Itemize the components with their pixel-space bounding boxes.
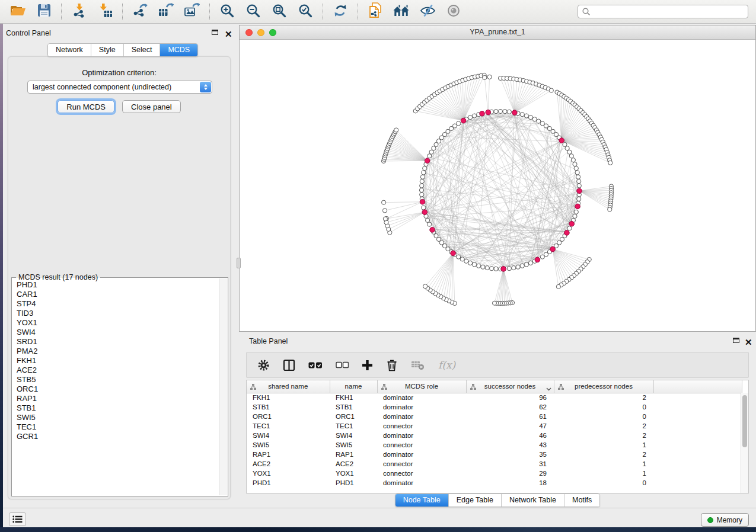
cell-mcds_role[interactable]: dominator (377, 450, 466, 459)
column-header-successor-nodes[interactable]: successor nodes (466, 380, 554, 393)
open-session-button[interactable] (8, 2, 28, 22)
cell-name[interactable]: ACE2 (330, 459, 377, 469)
mcds-result-item[interactable]: ORC1 (17, 384, 218, 394)
cell-mcds_role[interactable]: dominator (377, 478, 466, 488)
cell-name[interactable]: STB1 (330, 402, 377, 412)
table-row[interactable]: ORC1ORC1dominator610 (247, 412, 742, 421)
cell-name[interactable]: RAP1 (330, 450, 377, 459)
search-input[interactable] (578, 5, 748, 18)
column-header-shared-name[interactable]: shared name (247, 380, 330, 393)
cell-mcds_role[interactable]: dominator (377, 431, 466, 440)
refresh-button[interactable] (330, 2, 350, 22)
cell-predecessor_nodes[interactable]: 0 (554, 412, 653, 421)
mcds-result-item[interactable]: RAP1 (17, 394, 218, 403)
cell-name[interactable]: PHD1 (330, 478, 377, 488)
cell-successor_nodes[interactable]: 31 (466, 459, 554, 469)
cell-successor_nodes[interactable]: 18 (466, 478, 554, 488)
mcds-result-item[interactable]: PMA2 (17, 347, 218, 356)
import-network-button[interactable] (69, 2, 89, 22)
tab-mcds[interactable]: MCDS (160, 44, 197, 56)
tab-edge-table[interactable]: Edge Table (449, 494, 502, 507)
table-row[interactable]: FKH1FKH1dominator962 (247, 393, 742, 402)
column-header-predecessor-nodes[interactable]: predecessor nodes (554, 380, 653, 393)
cell-successor_nodes[interactable]: 35 (466, 450, 554, 459)
mcds-result-list[interactable]: PHD1CAR1STP4TID3YOX1SWI4SRD1PMA2FKH1ACE2… (12, 280, 218, 495)
table-settings-button[interactable] (257, 359, 270, 371)
zoom-selected-button[interactable] (295, 2, 315, 22)
cell-name[interactable]: SWI4 (330, 431, 377, 440)
cell-predecessor_nodes[interactable]: 1 (554, 459, 653, 469)
cell-mcds_role[interactable]: connector (377, 459, 466, 469)
tab-node-table[interactable]: Node Table (395, 494, 449, 507)
table-panel-close-button[interactable]: ✕ (745, 337, 752, 344)
network-window-titlebar[interactable]: YPA_prune.txt_1 (240, 25, 755, 40)
mcds-result-item[interactable]: SWI5 (17, 413, 218, 422)
cell-shared_name[interactable]: SWI4 (247, 431, 330, 440)
cell-successor_nodes[interactable]: 47 (466, 421, 554, 431)
cell-predecessor_nodes[interactable]: 1 (554, 440, 653, 450)
cell-predecessor_nodes[interactable]: 1 (554, 469, 653, 478)
export-network-button[interactable] (130, 2, 150, 22)
cell-shared_name[interactable]: TEC1 (247, 421, 330, 431)
cell-predecessor_nodes[interactable]: 2 (554, 421, 653, 431)
zoom-fit-button[interactable] (269, 2, 289, 22)
show-column-selector-button[interactable] (283, 359, 295, 371)
cell-shared_name[interactable]: ORC1 (247, 412, 330, 421)
cell-successor_nodes[interactable]: 29 (466, 469, 554, 478)
mcds-result-item[interactable]: GCR1 (17, 432, 218, 441)
cell-successor_nodes[interactable]: 61 (466, 412, 554, 421)
memory-button[interactable]: Memory (701, 513, 749, 527)
cell-mcds_role[interactable]: connector (377, 440, 466, 450)
table-header-row[interactable]: shared namenameMCDS rolesuccessor nodesp… (247, 380, 742, 393)
cell-mcds_role[interactable]: dominator (377, 393, 466, 402)
column-header-MCDS-role[interactable]: MCDS role (377, 380, 466, 393)
cell-shared_name[interactable]: FKH1 (247, 393, 330, 402)
function-builder-button-disabled[interactable]: f(x) (438, 359, 455, 371)
cell-shared_name[interactable]: PHD1 (247, 478, 330, 488)
cell-predecessor_nodes[interactable]: 2 (554, 393, 653, 402)
table-row[interactable]: ACE2ACE2connector311 (247, 459, 742, 469)
table-scrollbar-thumb[interactable] (742, 395, 747, 447)
mcds-result-item[interactable]: SWI4 (17, 328, 218, 337)
home-button[interactable] (391, 2, 412, 22)
mcds-result-item[interactable]: TID3 (17, 309, 218, 318)
save-session-button[interactable] (34, 2, 54, 22)
cell-successor_nodes[interactable]: 46 (466, 431, 554, 440)
table-row[interactable]: PHD1PHD1dominator180 (247, 478, 742, 488)
table-row[interactable]: SWI4SWI4dominator462 (247, 431, 742, 440)
cell-shared_name[interactable]: ACE2 (247, 459, 330, 469)
table-row[interactable]: SWI5SWI5connector431 (247, 440, 742, 450)
cell-name[interactable]: FKH1 (330, 393, 377, 402)
tab-select[interactable]: Select (124, 44, 161, 56)
hide-graphics-details-button[interactable] (417, 2, 438, 22)
optimization-criterion-select[interactable]: largest connected component (undirected) (27, 81, 212, 94)
show-graphics-details-button[interactable] (444, 2, 464, 22)
mcds-result-item[interactable]: SRD1 (17, 337, 218, 347)
tab-network[interactable]: Network (48, 44, 91, 56)
zoom-out-button[interactable] (243, 2, 263, 22)
cell-mcds_role[interactable]: connector (377, 469, 466, 478)
cell-predecessor_nodes[interactable]: 2 (554, 450, 653, 459)
table-row[interactable]: RAP1RAP1dominator352 (247, 450, 742, 459)
cell-shared_name[interactable]: STB1 (247, 402, 330, 412)
mcds-result-item[interactable]: YOX1 (17, 318, 218, 328)
task-history-button[interactable] (9, 512, 26, 526)
mcds-result-item[interactable]: STB5 (17, 375, 218, 384)
cell-shared_name[interactable]: SWI5 (247, 440, 330, 450)
cell-successor_nodes[interactable]: 96 (466, 393, 554, 402)
cell-mcds_role[interactable]: dominator (377, 412, 466, 421)
export-image-button[interactable] (182, 2, 202, 22)
zoom-in-button[interactable] (217, 2, 237, 22)
table-scrollbar[interactable] (741, 393, 748, 493)
control-panel-float-button[interactable] (212, 30, 219, 37)
mcds-result-scrollbar[interactable] (219, 278, 227, 495)
splitter-handle[interactable] (237, 258, 241, 268)
table-panel-float-button[interactable] (733, 338, 741, 345)
cell-shared_name[interactable]: YOX1 (247, 469, 330, 478)
unselect-all-columns-button[interactable] (336, 361, 349, 368)
delete-column-button[interactable] (386, 359, 398, 371)
create-column-button[interactable] (362, 360, 373, 371)
mcds-result-item[interactable]: STP4 (17, 299, 218, 309)
table-row[interactable]: STB1STB1dominator620 (247, 402, 742, 412)
mcds-result-item[interactable]: STB1 (17, 403, 218, 413)
